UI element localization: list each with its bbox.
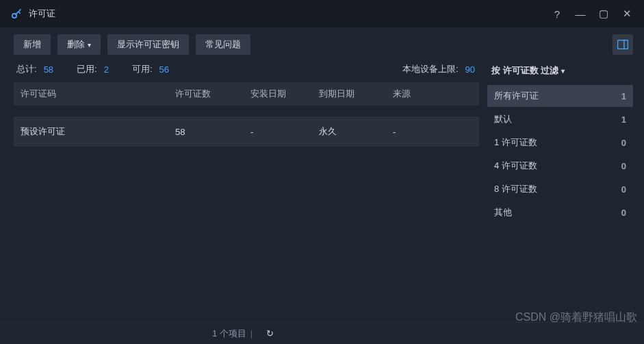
delete-button[interactable]: 删除 ▾ xyxy=(57,34,101,55)
col-count[interactable]: 许可证数 xyxy=(175,88,250,100)
table-row[interactable]: 预设许可证 58 - 永久 - xyxy=(14,116,479,147)
panel-icon xyxy=(617,40,628,49)
filter-item-label: 默认 xyxy=(494,113,621,125)
toolbar: 新增 删除 ▾ 显示许可证密钥 常见问题 xyxy=(0,27,644,60)
filter-item-count: 0 xyxy=(621,184,626,195)
filter-title: 按 许可证数 过滤 xyxy=(491,64,558,77)
cell-expire: 永久 xyxy=(319,125,393,138)
used-label: 已用: xyxy=(77,63,97,75)
window-title: 许可证 xyxy=(29,8,55,20)
statusbar: 1 个项目 | ↻ xyxy=(0,322,644,344)
cell-count: 58 xyxy=(175,127,250,137)
filter-item-label: 8 许可证数 xyxy=(494,183,621,195)
col-code[interactable]: 许可证码 xyxy=(18,88,175,100)
col-expire[interactable]: 到期日期 xyxy=(319,88,393,100)
filter-item-label: 4 许可证数 xyxy=(494,160,621,172)
main-panel: 总计: 58 已用: 2 可用: 56 本地设备上限: 90 许可证码 许可证数… xyxy=(0,60,479,322)
cell-install: - xyxy=(250,127,319,137)
col-install[interactable]: 安装日期 xyxy=(250,88,319,100)
filter-panel: 按 许可证数 过滤 ▾ 所有许可证 1 默认 1 1 许可证数 0 4 许可证数… xyxy=(479,60,644,322)
filter-item-label: 其他 xyxy=(494,206,621,219)
filter-item-count: 0 xyxy=(621,208,626,218)
titlebar: 许可证 ? — ▢ ✕ xyxy=(0,0,644,27)
show-key-button[interactable]: 显示许可证密钥 xyxy=(107,34,189,55)
used-value: 2 xyxy=(104,64,109,75)
status-items: 1 个项目 xyxy=(212,328,246,340)
avail-value: 56 xyxy=(159,64,169,75)
faq-button[interactable]: 常见问题 xyxy=(196,34,250,55)
filter-list: 所有许可证 1 默认 1 1 许可证数 0 4 许可证数 0 8 许可证数 0 … xyxy=(487,85,633,223)
filter-item-all[interactable]: 所有许可证 1 xyxy=(487,85,633,107)
filter-item-4[interactable]: 4 许可证数 0 xyxy=(487,155,633,177)
add-button[interactable]: 新增 xyxy=(14,34,51,55)
cell-source: - xyxy=(393,127,475,137)
total-label: 总计: xyxy=(16,63,37,75)
filter-item-1[interactable]: 1 许可证数 0 xyxy=(487,132,633,153)
col-source[interactable]: 来源 xyxy=(393,88,475,100)
help-button[interactable]: ? xyxy=(545,4,569,23)
toggle-panel-button[interactable] xyxy=(613,34,633,55)
refresh-button[interactable]: ↻ xyxy=(261,326,279,341)
device-limit-value: 90 xyxy=(465,64,475,75)
svg-rect-1 xyxy=(618,40,628,49)
filter-item-count: 1 xyxy=(621,91,626,101)
chevron-down-icon: ▾ xyxy=(561,67,565,75)
filter-item-count: 0 xyxy=(621,161,626,171)
delete-button-label: 删除 xyxy=(67,38,85,51)
device-limit-label: 本地设备上限: xyxy=(402,63,459,75)
filter-item-count: 0 xyxy=(621,138,626,148)
filter-title-row[interactable]: 按 许可证数 过滤 ▾ xyxy=(487,60,633,85)
total-value: 58 xyxy=(44,64,53,75)
filter-item-other[interactable]: 其他 0 xyxy=(487,201,633,223)
stats-row: 总计: 58 已用: 2 可用: 56 本地设备上限: 90 xyxy=(14,60,479,82)
filter-item-8[interactable]: 8 许可证数 0 xyxy=(487,178,633,200)
key-icon xyxy=(10,7,23,21)
chevron-down-icon: ▾ xyxy=(88,41,91,49)
filter-item-count: 1 xyxy=(621,114,626,125)
filter-item-label: 1 许可证数 xyxy=(494,136,621,149)
avail-label: 可用: xyxy=(132,63,153,75)
maximize-button[interactable]: ▢ xyxy=(592,4,615,23)
minimize-button[interactable]: — xyxy=(569,4,592,23)
divider: | xyxy=(250,328,253,339)
cell-code: 预设许可证 xyxy=(18,125,175,138)
filter-item-default[interactable]: 默认 1 xyxy=(487,108,633,130)
close-button[interactable]: ✕ xyxy=(615,4,639,23)
table-body: 预设许可证 58 - 永久 - xyxy=(14,106,479,322)
filter-item-label: 所有许可证 xyxy=(494,90,621,102)
table-header: 许可证码 许可证数 安装日期 到期日期 来源 xyxy=(14,82,479,106)
